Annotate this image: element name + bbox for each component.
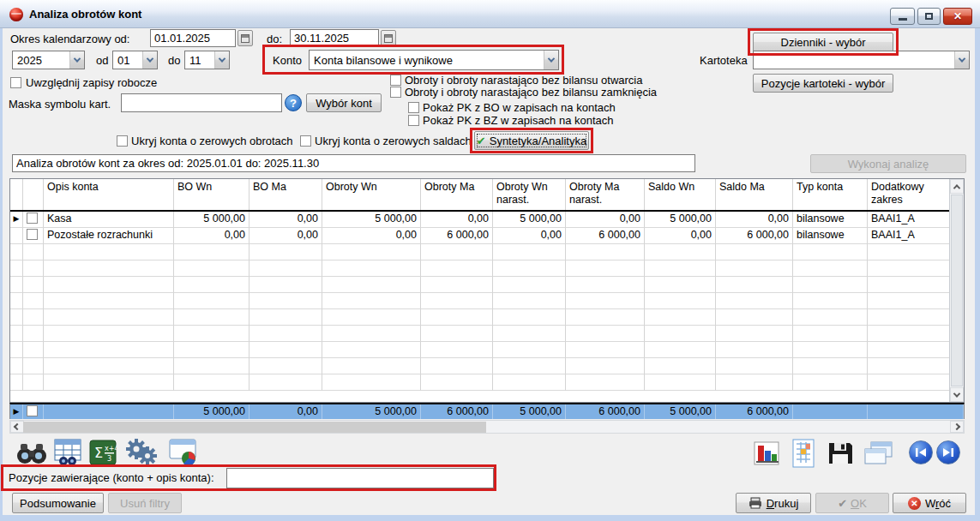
empty-row bbox=[10, 244, 951, 260]
vscroll-thumb[interactable] bbox=[951, 195, 963, 386]
kartoteka-select[interactable] bbox=[753, 51, 970, 69]
pokaz-bo-checkbox[interactable] bbox=[408, 102, 419, 113]
ukryj-salda-checkbox[interactable] bbox=[300, 135, 311, 147]
konto-label: Konto bbox=[273, 54, 302, 67]
analiza-title-input[interactable] bbox=[12, 154, 695, 172]
pokaz-bo-label: Pokaż PK z BO w zapisach na kontach bbox=[423, 101, 616, 114]
date-from-input[interactable] bbox=[150, 29, 236, 47]
col-bo-wn[interactable]: BO Wn bbox=[174, 179, 250, 210]
col-bo-ma[interactable]: BO Ma bbox=[250, 179, 322, 210]
col-typ-konta[interactable]: Typ konta bbox=[793, 179, 868, 210]
analiza-obrotow-kont-window: Analiza obrotów kont ✕ Okres kalendarzow… bbox=[0, 0, 980, 521]
check-icon: ✔ bbox=[477, 135, 486, 147]
col-saldo-ma[interactable]: Saldo Ma bbox=[716, 179, 793, 210]
cancel-x-icon: ✕ bbox=[908, 497, 921, 510]
col-obroty-wn[interactable]: Obroty Wn bbox=[322, 179, 421, 210]
table-row-pozostale[interactable]: Pozostałe rozrachunki 0,00 0,00 0,00 6 0… bbox=[10, 228, 951, 244]
date-to-calendar-button[interactable] bbox=[381, 30, 396, 46]
horizontal-scrollbar[interactable] bbox=[9, 420, 965, 434]
row-checkbox[interactable] bbox=[27, 229, 38, 240]
summary-row[interactable]: ▶ 5 000,00 0,00 5 000,00 6 000,00 5 000,… bbox=[9, 403, 965, 419]
spreadsheet-icon[interactable] bbox=[791, 439, 816, 468]
month-to-select[interactable]: 11 bbox=[184, 51, 230, 69]
col-obroty-ma-narast[interactable]: Obroty Ma narast. bbox=[566, 179, 645, 210]
close-button[interactable]: ✕ bbox=[943, 8, 972, 25]
hscroll-thumb[interactable] bbox=[23, 422, 486, 433]
row-checkbox[interactable] bbox=[27, 213, 38, 224]
bez-zamkniecia-label: Obroty i obroty narastająco bez bilansu … bbox=[405, 86, 657, 99]
app-icon bbox=[9, 8, 23, 21]
empty-row bbox=[10, 326, 951, 342]
printer-icon bbox=[749, 497, 762, 509]
chevron-down-icon[interactable] bbox=[954, 51, 969, 69]
year-select[interactable]: 2025 bbox=[12, 51, 85, 69]
scroll-up-button[interactable] bbox=[950, 179, 964, 194]
chevron-down-icon[interactable] bbox=[142, 51, 157, 69]
scroll-left-button[interactable] bbox=[10, 421, 24, 433]
gears-icon[interactable] bbox=[125, 438, 158, 466]
bez-otwarcia-label: Obroty i obroty narastająco bez bilansu … bbox=[405, 74, 642, 87]
check-icon: ✔ bbox=[838, 497, 847, 510]
period-label: Okres kalendarzowy od: bbox=[10, 33, 129, 45]
zapisy-robocze-checkbox[interactable] bbox=[10, 77, 21, 88]
bez-zamkniecia-checkbox[interactable] bbox=[390, 87, 401, 98]
vertical-scrollbar[interactable] bbox=[949, 179, 964, 402]
close-icon: ✕ bbox=[953, 10, 962, 22]
search-in-table-icon[interactable] bbox=[53, 438, 82, 466]
skip-first-icon bbox=[915, 447, 927, 458]
empty-row bbox=[10, 260, 951, 277]
search-binoculars-icon[interactable] bbox=[15, 440, 48, 465]
last-record-button[interactable] bbox=[936, 440, 960, 464]
empty-row bbox=[10, 358, 951, 374]
save-icon[interactable] bbox=[827, 440, 854, 466]
col-opis-konta[interactable]: Opis konta bbox=[44, 179, 174, 210]
svg-text:x+4: x+4 bbox=[105, 445, 117, 452]
window-frame-bottom bbox=[0, 515, 980, 521]
drukuj-button[interactable]: Drukuj bbox=[736, 493, 811, 513]
cascade-windows-icon[interactable] bbox=[863, 440, 895, 466]
month-from-select[interactable]: 01 bbox=[112, 51, 158, 69]
calendar-icon bbox=[241, 34, 250, 43]
chevron-down-icon[interactable] bbox=[69, 51, 84, 69]
date-from-calendar-button[interactable] bbox=[237, 30, 253, 46]
chevron-down-icon[interactable] bbox=[544, 51, 558, 69]
first-record-button[interactable] bbox=[909, 440, 933, 464]
pozycje-input[interactable] bbox=[226, 468, 494, 488]
pokaz-bz-checkbox[interactable] bbox=[408, 115, 419, 126]
help-button[interactable]: ? bbox=[285, 94, 302, 111]
maximize-button[interactable] bbox=[917, 8, 941, 25]
konto-select[interactable]: Konta bilansowe i wynikowe bbox=[309, 50, 559, 70]
scroll-right-button[interactable] bbox=[950, 421, 964, 433]
od-label: od bbox=[96, 54, 108, 67]
wybor-kont-button[interactable]: Wybór kont bbox=[306, 93, 382, 112]
accounts-grid: Opis konta BO Wn BO Ma Obroty Wn Obroty … bbox=[9, 178, 965, 403]
minimize-button[interactable] bbox=[890, 8, 915, 25]
table-row-kasa[interactable]: ▶ Kasa 5 000,00 0,00 5 000,00 0,00 5 000… bbox=[10, 212, 951, 228]
maska-input[interactable] bbox=[121, 93, 282, 112]
titlebar: Analiza obrotów kont ✕ bbox=[0, 0, 980, 28]
summary-checkbox[interactable] bbox=[27, 405, 38, 416]
bar-chart-icon[interactable] bbox=[753, 440, 782, 466]
date-to-input[interactable] bbox=[290, 29, 379, 47]
col-obroty-ma[interactable]: Obroty Ma bbox=[421, 179, 493, 210]
pozycje-kartoteki-button[interactable]: Pozycje kartoteki - wybór bbox=[753, 74, 893, 93]
podsumowanie-button[interactable]: Podsumowanie bbox=[12, 493, 104, 513]
empty-rows bbox=[10, 244, 964, 391]
empty-row bbox=[10, 342, 951, 358]
ukryj-obroty-checkbox[interactable] bbox=[117, 135, 128, 147]
chevron-down-icon[interactable] bbox=[214, 51, 229, 69]
dzienniki-wybor-button[interactable]: Dzienniki - wybór bbox=[753, 33, 893, 52]
ok-button[interactable]: ✔ OK bbox=[815, 493, 889, 513]
scroll-down-button[interactable] bbox=[950, 387, 964, 402]
bez-otwarcia-checkbox[interactable] bbox=[390, 75, 401, 86]
col-dodatkowy-zakres[interactable]: Dodatkowy zakres bbox=[868, 179, 951, 210]
wykonaj-analize-button[interactable]: Wykonaj analizę bbox=[810, 154, 966, 173]
usun-filtry-button[interactable]: Usuń filtry bbox=[108, 493, 182, 513]
window-pie-chart-icon[interactable] bbox=[168, 438, 199, 466]
col-saldo-wn[interactable]: Saldo Wn bbox=[645, 179, 716, 210]
formula-board-icon[interactable]: Σ x+4 3 bbox=[89, 440, 117, 465]
wroc-button[interactable]: ✕ Wróć bbox=[893, 493, 966, 513]
grid-header: Opis konta BO Wn BO Ma Obroty Wn Obroty … bbox=[10, 179, 951, 212]
syntetyka-analityka-button[interactable]: ✔ Syntetyka/Analityka bbox=[474, 131, 589, 150]
col-obroty-wn-narast[interactable]: Obroty Wn narast. bbox=[493, 179, 566, 210]
